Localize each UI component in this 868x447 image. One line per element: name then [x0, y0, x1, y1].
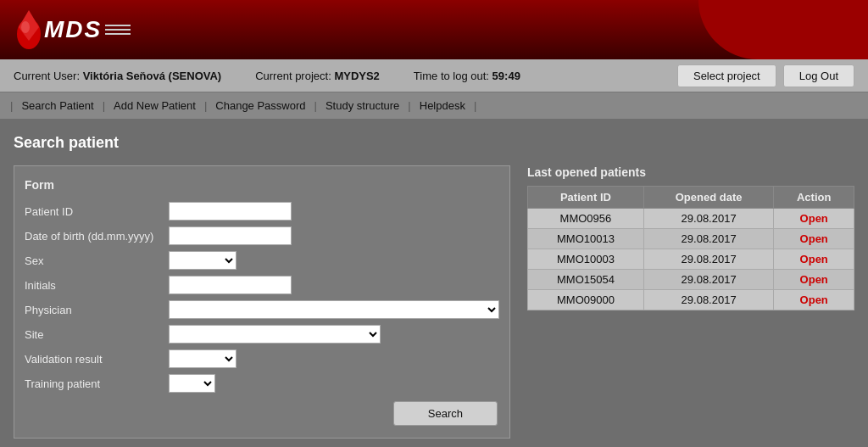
col-opened-date: Opened date: [643, 187, 774, 209]
nav-search-patient[interactable]: Search Patient: [14, 99, 100, 112]
physician-row: Physician: [25, 300, 499, 319]
col-patient-id: Patient ID: [528, 187, 644, 209]
opened-date-cell: 29.08.2017: [643, 270, 774, 290]
open-link[interactable]: Open: [800, 253, 828, 265]
training-patient-select[interactable]: [169, 374, 215, 393]
patient-id-cell: MMO10013: [528, 229, 644, 249]
opened-date-cell: 29.08.2017: [643, 209, 774, 229]
nav-sep-start: |: [10, 99, 13, 112]
content-area: Form Patient ID Date of birth (dd.mm.yyy…: [14, 165, 854, 439]
current-project-name: MYDYS2: [334, 70, 379, 82]
sex-select[interactable]: Male Female: [169, 251, 236, 270]
training-patient-row: Training patient: [25, 374, 499, 393]
header: MDS: [0, 0, 868, 59]
patient-id-label: Patient ID: [25, 205, 169, 218]
date-of-birth-label: Date of birth (dd.mm.yyyy): [25, 230, 169, 243]
logo-text: MDS: [44, 16, 102, 43]
logo-drop-icon: [14, 8, 44, 51]
site-label: Site: [25, 328, 169, 341]
physician-label: Physician: [25, 304, 169, 316]
initials-label: Initials: [25, 279, 169, 292]
site-select[interactable]: [169, 325, 381, 344]
action-cell[interactable]: Open: [774, 209, 854, 229]
patient-id-cell: MMO10003: [528, 249, 644, 270]
validation-result-select[interactable]: [169, 349, 236, 368]
patient-id-cell: MMO09000: [528, 290, 644, 310]
opened-date-cell: 29.08.2017: [643, 290, 774, 310]
svg-point-2: [21, 21, 30, 33]
training-patient-label: Training patient: [25, 377, 169, 390]
open-link[interactable]: Open: [800, 293, 828, 306]
time-to-logout-info: Time to log out: 59:49: [414, 70, 520, 82]
site-row: Site: [25, 325, 499, 344]
nav-helpdesk[interactable]: Helpdesk: [413, 99, 472, 112]
logo-area: MDS: [14, 8, 131, 51]
validation-result-row: Validation result: [25, 349, 499, 368]
search-btn-row: Search: [25, 401, 499, 426]
main-content: Search patient Form Patient ID Date of b…: [0, 119, 868, 447]
date-of-birth-input[interactable]: [169, 226, 292, 245]
form-section: Form Patient ID Date of birth (dd.mm.yyy…: [14, 165, 510, 439]
nav-bar: | Search Patient | Add New Patient | Cha…: [0, 92, 868, 119]
current-project-info: Current project: MYDYS2: [255, 70, 380, 82]
open-link[interactable]: Open: [800, 273, 828, 286]
col-action: Action: [774, 187, 854, 209]
table-row: MMO1000329.08.2017Open: [528, 249, 854, 270]
patient-id-input[interactable]: [169, 202, 292, 221]
last-patients-section: Last opened patients Patient ID Opened d…: [527, 165, 854, 310]
nav-study-structure[interactable]: Study structure: [319, 99, 406, 112]
last-patients-title: Last opened patients: [527, 165, 854, 179]
current-user-info: Current User: Viktória Seňová (SENOVA): [14, 70, 221, 82]
action-cell[interactable]: Open: [774, 229, 854, 249]
patients-table: Patient ID Opened date Action MMO095629.…: [527, 186, 854, 310]
table-row: MMO1001329.08.2017Open: [528, 229, 854, 249]
initials-row: Initials: [25, 276, 499, 294]
patient-id-cell: MMO0956: [528, 209, 644, 229]
table-row: MMO1505429.08.2017Open: [528, 270, 854, 290]
date-of-birth-row: Date of birth (dd.mm.yyyy): [25, 226, 499, 245]
patient-id-row: Patient ID: [25, 202, 499, 221]
action-cell[interactable]: Open: [774, 249, 854, 270]
opened-date-cell: 29.08.2017: [643, 229, 774, 249]
patient-id-cell: MMO15054: [528, 270, 644, 290]
search-button[interactable]: Search: [393, 401, 498, 426]
validation-result-label: Validation result: [25, 353, 169, 366]
form-section-label: Form: [25, 178, 499, 192]
nav-add-new-patient[interactable]: Add New Patient: [107, 99, 203, 112]
sex-row: Sex Male Female: [25, 251, 499, 270]
current-user-name: Viktória Seňová (SENOVA): [83, 70, 222, 82]
info-bar: Current User: Viktória Seňová (SENOVA) C…: [0, 59, 868, 92]
table-row: MMO0900029.08.2017Open: [528, 290, 854, 310]
action-cell[interactable]: Open: [774, 270, 854, 290]
select-project-button[interactable]: Select project: [677, 64, 776, 87]
logo-lines: [105, 25, 131, 35]
time-to-logout-value: 59:49: [492, 70, 520, 82]
physician-select[interactable]: [169, 300, 499, 319]
page-title: Search patient: [14, 134, 854, 152]
action-cell[interactable]: Open: [774, 290, 854, 310]
opened-date-cell: 29.08.2017: [643, 249, 774, 270]
sex-label: Sex: [25, 254, 169, 267]
open-link[interactable]: Open: [800, 232, 828, 245]
nav-change-password[interactable]: Change Password: [209, 99, 312, 112]
table-row: MMO095629.08.2017Open: [528, 209, 854, 229]
open-link[interactable]: Open: [800, 212, 828, 225]
initials-input[interactable]: [169, 276, 292, 294]
log-out-button[interactable]: Log Out: [783, 64, 854, 87]
